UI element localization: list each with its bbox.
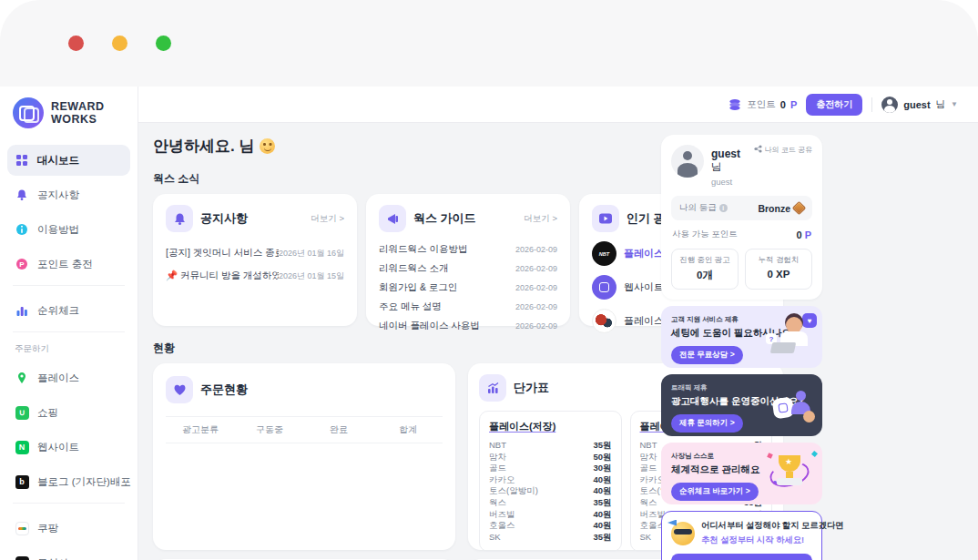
sidebar-item-label: 무신사 <box>37 556 69 560</box>
avatar <box>671 145 704 178</box>
megaphone-icon <box>379 205 406 232</box>
price-key: NBT <box>640 440 657 452</box>
brand-line1: REWARD <box>51 100 105 113</box>
profile-subname: guest <box>711 177 747 187</box>
price-value: 40원 <box>593 520 611 532</box>
more-link[interactable]: 더보기 > <box>524 213 557 225</box>
notice-row[interactable]: 📌 커뮤니티 방을 개설하였습니다. 2026년 01월 15일 <box>166 270 344 282</box>
column-header: 완료 <box>304 423 373 436</box>
promo-rank-card[interactable]: 사장님 스스로 체계적으로 관리해요 순위체크 바로가기 > <box>661 443 822 504</box>
price-key: SK <box>489 532 501 544</box>
notice-row[interactable]: [공지] 겟잇머니 서비스 종료 및 리워... 2026년 01월 16일 <box>166 247 344 260</box>
share-code-link[interactable]: 나의 코드 공유 <box>754 145 812 187</box>
promo-support-card[interactable]: 고객 지원 서비스 제휴 세팅에 도움이 필요하시나요? 전문 무료상담 > ♥… <box>661 306 822 368</box>
bronze-badge-icon <box>792 201 807 216</box>
greeting-text: 안녕하세요. 님 <box>153 136 254 157</box>
rank-check-button[interactable]: 순위체크 바로가기 > <box>671 483 759 501</box>
column-header: 구동중 <box>235 423 304 436</box>
user-name: guest <box>903 99 930 110</box>
works-logo <box>592 275 616 300</box>
price-key: 버즈빌 <box>489 509 515 521</box>
location-pin-icon <box>15 371 29 385</box>
coupang-icon <box>15 521 29 535</box>
consultant-illustration: ♥ ? <box>766 313 817 362</box>
info-icon[interactable]: i <box>719 204 728 212</box>
chevron-down-icon: ▼ <box>951 100 958 108</box>
points-unit: P <box>805 229 811 240</box>
partnership-button[interactable]: 제휴 문의하기 > <box>671 414 743 433</box>
orders-card: 주문현황 광고분류 구동중 완료 합계 <box>153 363 455 550</box>
more-link[interactable]: 더보기 > <box>311 213 344 225</box>
orders-table-empty-body <box>166 443 443 553</box>
sidebar-item-dashboard[interactable]: 대시보드 <box>7 145 130 176</box>
price-value: 50원 <box>593 452 611 463</box>
points-value: 0 <box>797 229 802 240</box>
chart-growth-icon <box>479 374 506 402</box>
charge-button[interactable]: 충전하기 <box>806 94 862 116</box>
price-value: 30원 <box>593 463 611 474</box>
nbt-logo: NBT <box>592 241 616 266</box>
xp-box[interactable]: 누적 경험치 0 XP <box>745 249 812 290</box>
sidebar-item-label: 쇼핑 <box>37 406 58 420</box>
price-key: 맘차 <box>640 452 657 463</box>
traffic-light-yellow[interactable] <box>112 36 127 51</box>
promo-traffic-card[interactable]: 트래픽 제휴 광고대행사를 운영중이신가요? 제휴 문의하기 > <box>661 374 822 436</box>
guide-text: 리워드웍스 이용방법 <box>379 243 467 256</box>
notice-text: [공지] 겟잇머니 서비스 종료 및 리워... <box>166 247 279 260</box>
heart-icon: ♥ <box>802 313 817 328</box>
user-menu[interactable]: guest 님 ▼ <box>881 97 958 113</box>
sidebar-item-label: 쿠팡 <box>37 522 58 535</box>
guide-row[interactable]: 주요 메뉴 설명 2026-02-09 <box>379 300 557 313</box>
point-coin-icon: P <box>15 257 29 271</box>
active-ads-box[interactable]: 진행 중인 광고 0개 <box>671 249 739 290</box>
free-consult-button[interactable]: 전문 무료상담 > <box>671 346 743 364</box>
sidebar-item-label: 플레이스 <box>37 372 79 385</box>
profile-card: guest 님 guest 나의 코드 공유 나의 등급i Bronze 사용 … <box>661 135 822 300</box>
sidebar-item-howto[interactable]: 이용방법 <box>7 214 130 245</box>
ai-line2-rest: 하세요! <box>774 535 805 545</box>
sidebar-item-blog[interactable]: b 블로그 (기자단)배포 <box>7 466 130 497</box>
sidebar-item-place[interactable]: 플레이스 <box>7 362 130 393</box>
sidebar-item-musinsa[interactable]: MUSINSA 무신사 <box>7 547 130 560</box>
brand-name: REWARD WORKS <box>51 100 105 127</box>
notice-text: 📌 커뮤니티 방을 개설하였습니다. <box>166 270 279 282</box>
sidebar-item-notices[interactable]: 공지사항 <box>7 179 130 210</box>
bar-chart-icon <box>15 303 29 318</box>
guide-text: 리워드웍스 소개 <box>379 262 448 275</box>
price-key: 호올스 <box>489 520 515 532</box>
cool-emoji-icon <box>671 522 695 545</box>
app-window: REWARD WORKS 대시보드 공지사항 <box>0 0 978 560</box>
guide-date: 2026-02-09 <box>515 321 557 331</box>
guide-row[interactable]: 리워드웍스 이용방법 2026-02-09 <box>379 243 557 256</box>
guide-row[interactable]: 회원가입 & 로그인 2026-02-09 <box>379 281 557 294</box>
notice-date: 2026년 01월 15일 <box>279 270 344 282</box>
price-table-title[interactable]: 플레이스(저장) <box>489 420 612 433</box>
card-title: 공지사항 <box>200 210 248 227</box>
column-header: 광고분류 <box>166 423 235 436</box>
guide-row[interactable]: 네이버 플레이스 사용법 2026-02-09 <box>379 320 557 332</box>
sidebar-item-shopping[interactable]: ∪ 쇼핑 <box>7 397 130 428</box>
ai-brand-register-button[interactable]: AI 브랜드 등록 바로가기 → <box>671 554 812 560</box>
sidebar-item-rank-check[interactable]: 순위체크 <box>7 295 130 326</box>
box-value: 0 XP <box>748 269 810 280</box>
traffic-light-green[interactable] <box>156 36 171 51</box>
divider <box>13 503 125 504</box>
reward-works-logo-icon <box>13 97 44 128</box>
brand-line2: WORKS <box>51 113 97 126</box>
guide-row[interactable]: 리워드웍스 소개 2026-02-09 <box>379 262 557 275</box>
sidebar-item-point-charge[interactable]: P 포인트 충전 <box>7 249 130 280</box>
grid-icon <box>15 153 29 168</box>
guide-date: 2026-02-09 <box>515 245 557 254</box>
sidebar-item-coupang[interactable]: 쿠팡 <box>7 513 130 544</box>
card-title: 웍스 가이드 <box>413 210 476 227</box>
price-value: 40원 <box>593 509 611 521</box>
app-body: REWARD WORKS 대시보드 공지사항 <box>0 87 978 560</box>
card-title: 주문현황 <box>200 382 248 398</box>
traffic-light-red[interactable] <box>68 36 84 51</box>
points-label: 사용 가능 포인트 <box>672 229 738 240</box>
sidebar-item-website[interactable]: N 웹사이트 <box>7 432 130 463</box>
heart-icon <box>166 376 193 403</box>
price-value: 40원 <box>593 485 611 497</box>
brand-logo-block[interactable]: REWARD WORKS <box>0 87 138 141</box>
price-value: 35원 <box>593 497 611 509</box>
